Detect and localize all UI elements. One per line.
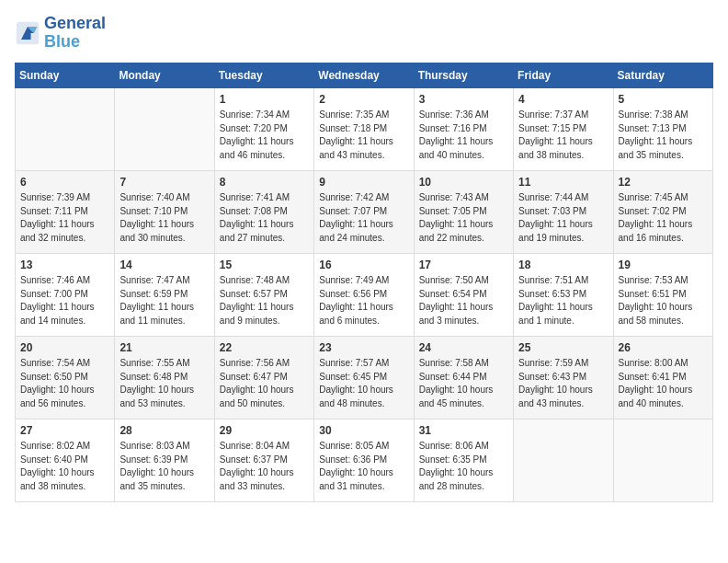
day-info: Sunrise: 7:42 AMSunset: 7:07 PMDaylight:… [319, 191, 408, 245]
day-info: Sunrise: 7:51 AMSunset: 6:53 PMDaylight:… [518, 274, 608, 327]
calendar-week-row: 6 Sunrise: 7:39 AMSunset: 7:11 PMDayligh… [16, 170, 713, 253]
weekday-header-saturday: Saturday [613, 63, 712, 87]
day-info: Sunrise: 7:38 AMSunset: 7:13 PMDaylight:… [619, 109, 708, 162]
day-info: Sunrise: 7:43 AMSunset: 7:05 PMDaylight:… [419, 191, 508, 245]
calendar-cell: 26 Sunrise: 8:00 AMSunset: 6:41 PMDaylig… [613, 336, 712, 419]
day-number: 26 [619, 340, 708, 356]
day-number: 7 [119, 175, 209, 190]
calendar-cell: 15 Sunrise: 7:48 AMSunset: 6:57 PMDaylig… [214, 253, 313, 336]
calendar-cell [115, 87, 214, 170]
day-number: 30 [319, 423, 408, 439]
day-info: Sunrise: 7:41 AMSunset: 7:08 PMDaylight:… [220, 191, 309, 245]
day-number: 29 [220, 423, 309, 439]
calendar-cell: 22 Sunrise: 7:56 AMSunset: 6:47 PMDaylig… [214, 336, 313, 419]
calendar-cell: 12 Sunrise: 7:45 AMSunset: 7:02 PMDaylig… [613, 170, 712, 253]
day-info: Sunrise: 7:55 AMSunset: 6:48 PMDaylight:… [119, 357, 209, 410]
day-info: Sunrise: 7:50 AMSunset: 6:54 PMDaylight:… [419, 274, 508, 327]
day-info: Sunrise: 7:54 AMSunset: 6:50 PMDaylight:… [20, 357, 109, 410]
calendar-week-row: 13 Sunrise: 7:46 AMSunset: 7:00 PMDaylig… [16, 253, 713, 336]
day-info: Sunrise: 8:06 AMSunset: 6:35 PMDaylight:… [419, 440, 508, 493]
day-number: 22 [220, 340, 309, 356]
day-number: 4 [518, 92, 608, 108]
day-info: Sunrise: 7:40 AMSunset: 7:10 PMDaylight:… [119, 191, 209, 245]
day-number: 18 [518, 258, 608, 273]
calendar-cell: 29 Sunrise: 8:04 AMSunset: 6:37 PMDaylig… [214, 419, 313, 501]
calendar-cell: 5 Sunrise: 7:38 AMSunset: 7:13 PMDayligh… [613, 87, 712, 170]
day-number: 15 [220, 258, 309, 273]
day-number: 11 [518, 175, 608, 190]
calendar-cell: 1 Sunrise: 7:34 AMSunset: 7:20 PMDayligh… [214, 87, 313, 170]
day-number: 25 [518, 340, 608, 356]
day-info: Sunrise: 7:47 AMSunset: 6:59 PMDaylight:… [119, 274, 209, 327]
day-number: 17 [419, 258, 508, 273]
calendar-cell: 2 Sunrise: 7:35 AMSunset: 7:18 PMDayligh… [314, 87, 414, 170]
calendar-cell: 6 Sunrise: 7:39 AMSunset: 7:11 PMDayligh… [16, 170, 115, 253]
weekday-header-tuesday: Tuesday [214, 63, 313, 87]
day-info: Sunrise: 7:35 AMSunset: 7:18 PMDaylight:… [319, 109, 408, 162]
day-number: 21 [119, 340, 209, 356]
day-info: Sunrise: 7:46 AMSunset: 7:00 PMDaylight:… [20, 274, 109, 327]
calendar-cell: 11 Sunrise: 7:44 AMSunset: 7:03 PMDaylig… [514, 170, 613, 253]
calendar-cell: 27 Sunrise: 8:02 AMSunset: 6:40 PMDaylig… [16, 419, 115, 501]
calendar-cell: 31 Sunrise: 8:06 AMSunset: 6:35 PMDaylig… [414, 419, 513, 501]
calendar-cell: 23 Sunrise: 7:57 AMSunset: 6:45 PMDaylig… [314, 336, 414, 419]
logo-text: General Blue [44, 15, 106, 52]
day-info: Sunrise: 7:36 AMSunset: 7:16 PMDaylight:… [419, 109, 508, 162]
calendar-cell: 3 Sunrise: 7:36 AMSunset: 7:16 PMDayligh… [414, 87, 513, 170]
calendar-cell: 8 Sunrise: 7:41 AMSunset: 7:08 PMDayligh… [214, 170, 313, 253]
day-number: 19 [619, 258, 708, 273]
calendar-cell: 17 Sunrise: 7:50 AMSunset: 6:54 PMDaylig… [414, 253, 513, 336]
day-info: Sunrise: 7:53 AMSunset: 6:51 PMDaylight:… [619, 274, 708, 327]
day-number: 12 [619, 175, 708, 190]
calendar-cell: 30 Sunrise: 8:05 AMSunset: 6:36 PMDaylig… [314, 419, 414, 501]
day-number: 31 [419, 423, 508, 439]
calendar-cell [613, 419, 712, 501]
logo: General Blue [15, 15, 106, 52]
day-info: Sunrise: 7:44 AMSunset: 7:03 PMDaylight:… [518, 191, 608, 245]
day-info: Sunrise: 8:04 AMSunset: 6:37 PMDaylight:… [220, 440, 309, 493]
calendar-cell: 21 Sunrise: 7:55 AMSunset: 6:48 PMDaylig… [115, 336, 214, 419]
day-number: 3 [419, 92, 508, 108]
calendar-cell: 19 Sunrise: 7:53 AMSunset: 6:51 PMDaylig… [613, 253, 712, 336]
day-info: Sunrise: 7:56 AMSunset: 6:47 PMDaylight:… [220, 357, 309, 410]
day-info: Sunrise: 8:03 AMSunset: 6:39 PMDaylight:… [119, 440, 209, 493]
day-info: Sunrise: 7:39 AMSunset: 7:11 PMDaylight:… [20, 191, 109, 245]
day-number: 27 [20, 423, 109, 439]
calendar-table: SundayMondayTuesdayWednesdayThursdayFrid… [15, 63, 713, 502]
page-header: General Blue [15, 15, 713, 52]
day-info: Sunrise: 8:00 AMSunset: 6:41 PMDaylight:… [619, 357, 708, 410]
calendar-cell: 4 Sunrise: 7:37 AMSunset: 7:15 PMDayligh… [514, 87, 613, 170]
calendar-cell: 20 Sunrise: 7:54 AMSunset: 6:50 PMDaylig… [16, 336, 115, 419]
weekday-header-sunday: Sunday [16, 63, 115, 87]
day-info: Sunrise: 8:02 AMSunset: 6:40 PMDaylight:… [20, 440, 109, 493]
weekday-header-wednesday: Wednesday [314, 63, 414, 87]
day-number: 16 [319, 258, 408, 273]
day-number: 5 [619, 92, 708, 108]
weekday-header-thursday: Thursday [414, 63, 513, 87]
day-number: 14 [119, 258, 209, 273]
day-info: Sunrise: 7:48 AMSunset: 6:57 PMDaylight:… [220, 274, 309, 327]
calendar-cell: 14 Sunrise: 7:47 AMSunset: 6:59 PMDaylig… [115, 253, 214, 336]
calendar-week-row: 1 Sunrise: 7:34 AMSunset: 7:20 PMDayligh… [16, 87, 713, 170]
calendar-cell: 13 Sunrise: 7:46 AMSunset: 7:00 PMDaylig… [16, 253, 115, 336]
day-number: 24 [419, 340, 508, 356]
calendar-cell: 28 Sunrise: 8:03 AMSunset: 6:39 PMDaylig… [115, 419, 214, 501]
day-info: Sunrise: 7:59 AMSunset: 6:43 PMDaylight:… [518, 357, 608, 410]
day-number: 9 [319, 175, 408, 190]
day-info: Sunrise: 7:45 AMSunset: 7:02 PMDaylight:… [619, 191, 708, 245]
day-info: Sunrise: 7:37 AMSunset: 7:15 PMDaylight:… [518, 109, 608, 162]
calendar-cell: 9 Sunrise: 7:42 AMSunset: 7:07 PMDayligh… [314, 170, 414, 253]
day-number: 28 [119, 423, 209, 439]
calendar-cell: 10 Sunrise: 7:43 AMSunset: 7:05 PMDaylig… [414, 170, 513, 253]
day-info: Sunrise: 7:57 AMSunset: 6:45 PMDaylight:… [319, 357, 408, 410]
weekday-header-friday: Friday [514, 63, 613, 87]
calendar-cell: 25 Sunrise: 7:59 AMSunset: 6:43 PMDaylig… [514, 336, 613, 419]
calendar-week-row: 20 Sunrise: 7:54 AMSunset: 6:50 PMDaylig… [16, 336, 713, 419]
calendar-cell: 16 Sunrise: 7:49 AMSunset: 6:56 PMDaylig… [314, 253, 414, 336]
day-number: 2 [319, 92, 408, 108]
day-number: 13 [20, 258, 109, 273]
calendar-cell: 7 Sunrise: 7:40 AMSunset: 7:10 PMDayligh… [115, 170, 214, 253]
day-number: 20 [20, 340, 109, 356]
calendar-cell [514, 419, 613, 501]
calendar-cell: 18 Sunrise: 7:51 AMSunset: 6:53 PMDaylig… [514, 253, 613, 336]
